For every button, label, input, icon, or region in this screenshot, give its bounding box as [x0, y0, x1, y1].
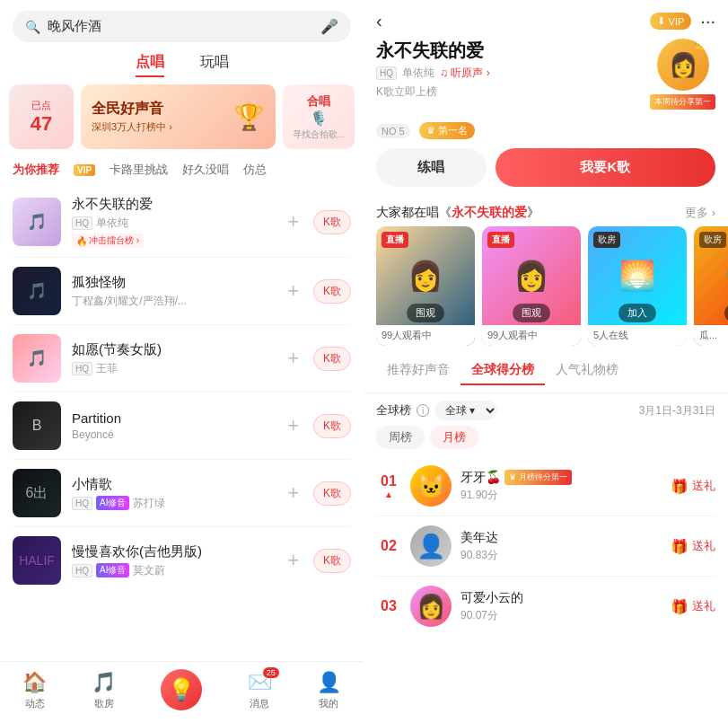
- detail-song-title: 永不失联的爱: [376, 39, 639, 63]
- singing-title: 大家都在唱《永不失联的爱》: [376, 205, 539, 221]
- send-gift-button-2[interactable]: 🎁 送礼: [671, 538, 715, 555]
- watch-button-2[interactable]: 围观: [513, 304, 550, 322]
- song-artist-4: Beyoncé: [72, 428, 114, 441]
- gift-icon-3: 🎁: [671, 598, 689, 615]
- download-icon: ⬇: [657, 15, 665, 27]
- tab-wan-chang[interactable]: 玩唱: [200, 53, 229, 77]
- already-count: 47: [31, 112, 52, 136]
- banner-duet[interactable]: 合唱 🎙️ 寻找合拍歌...: [283, 84, 355, 149]
- detail-singer: 单依纯: [402, 66, 434, 81]
- hq-badge: HQ: [72, 216, 92, 230]
- filter-imitate[interactable]: 仿总: [243, 162, 267, 178]
- card-action-3: 加入: [588, 304, 687, 322]
- already-label: 已点: [31, 99, 51, 112]
- banner-already[interactable]: 已点 47: [9, 84, 74, 149]
- k-song-button-4[interactable]: K歌: [313, 414, 351, 438]
- tab-recommend-voice[interactable]: 推荐好声音: [376, 358, 460, 385]
- info-icon[interactable]: i: [417, 404, 429, 417]
- send-gift-button-1[interactable]: 🎁 送礼: [671, 478, 715, 495]
- song-meta-6: HQ AI修音 莫文蔚: [72, 563, 273, 578]
- k-song-button-5[interactable]: K歌: [313, 481, 351, 506]
- practice-button[interactable]: 练唱: [376, 148, 487, 187]
- monthly-tab[interactable]: 月榜: [430, 426, 478, 449]
- singing-card-4[interactable]: 🍉 歌房 加入 瓜...: [694, 226, 728, 346]
- join-button-4[interactable]: 加入: [724, 304, 728, 322]
- right-header: ‹ ⬇ VIP ···: [364, 0, 728, 39]
- singing-card-2[interactable]: 👩 直播 围观 99人观看中: [482, 226, 581, 346]
- detail-song-sub: HQ 单依纯 ♫ 听原声 ›: [376, 66, 639, 81]
- nav-center[interactable]: 💡: [161, 669, 202, 712]
- filter-vip[interactable]: VIP: [74, 162, 95, 178]
- song-thumb-4: B: [13, 401, 61, 450]
- ai-badge-5: AI修音: [96, 496, 129, 510]
- global-rank-left: 全球榜 i 全球 ▾: [376, 401, 497, 420]
- filter-recommend[interactable]: 为你推荐: [13, 162, 59, 178]
- crown-icon: 👑: [693, 39, 709, 50]
- song-artist-5: 苏打绿: [133, 496, 165, 511]
- nav-song-room[interactable]: 🎵 歌房: [92, 671, 116, 710]
- global-scope-select[interactable]: 全球 ▾: [434, 401, 497, 420]
- rank-name-2: 美年达: [460, 530, 662, 546]
- download-button[interactable]: ⬇ VIP: [650, 13, 692, 30]
- nav-profile[interactable]: 👤 我的: [317, 671, 341, 710]
- add-button-3[interactable]: +: [284, 347, 303, 370]
- rank-badge-1: 🔥 冲击擂台榜 ›: [72, 234, 144, 248]
- song-item[interactable]: 6出 小情歌 HQ AI修音 苏打绿 + K歌: [0, 460, 364, 526]
- join-button-3[interactable]: 加入: [618, 304, 656, 322]
- search-bar[interactable]: 🔍 晚风作酒 🎤: [13, 11, 351, 42]
- rank-number-3: 03: [376, 598, 401, 614]
- k-song-main-button[interactable]: 我要K歌: [496, 148, 715, 187]
- song-room-badge-4: 歌房: [699, 232, 726, 248]
- song-item[interactable]: HALIF 慢慢喜欢你(吉他男版) HQ AI修音 莫文蔚 + K歌: [0, 527, 364, 594]
- add-button-5[interactable]: +: [284, 481, 303, 505]
- weekly-tab[interactable]: 周榜: [376, 426, 425, 449]
- k-song-button-6[interactable]: K歌: [313, 549, 351, 573]
- tab-global-score[interactable]: 全球得分榜: [460, 358, 545, 385]
- song-item[interactable]: 🎵 永不失联的爱 HQ 单依纯 🔥 冲击擂台榜 › + K歌: [0, 187, 364, 257]
- filter-long-time[interactable]: 好久没唱: [182, 162, 229, 178]
- duet-label: 合唱: [307, 93, 330, 110]
- month-first-badge-1: ♛ 月榜待分第一: [504, 470, 572, 485]
- tab-dian-chang[interactable]: 点唱: [136, 53, 164, 77]
- more-link[interactable]: 更多 ›: [685, 205, 715, 221]
- watch-button-1[interactable]: 围观: [407, 304, 444, 322]
- song-item[interactable]: 🎵 如愿(节奏女版) HQ 王菲 + K歌: [0, 325, 364, 392]
- song-artist-2: 丁程鑫/刘耀文/严浩翔/...: [72, 294, 187, 309]
- search-input[interactable]: 晚风作酒: [48, 18, 313, 35]
- banner-competition[interactable]: 全民好声音 深圳3万人打榜中 › 🏆: [81, 84, 276, 149]
- add-button-6[interactable]: +: [284, 549, 303, 572]
- more-button[interactable]: ···: [700, 11, 715, 31]
- singing-card-3[interactable]: 🌅 歌房 加入 5人在线: [588, 226, 687, 346]
- action-row: 练唱 我要K歌: [364, 148, 728, 198]
- song-thumb-1: 🎵: [13, 198, 61, 246]
- add-button-1[interactable]: +: [284, 210, 303, 234]
- send-gift-button-3[interactable]: 🎁 送礼: [671, 598, 715, 615]
- k-song-button-2[interactable]: K歌: [313, 279, 351, 304]
- add-button-2[interactable]: +: [284, 279, 303, 303]
- singing-card-1[interactable]: 👩 直播 围观 99人观看中: [376, 226, 475, 346]
- add-button-4[interactable]: +: [284, 414, 303, 437]
- vip-badge: VIP: [74, 164, 95, 176]
- filter-tabs: 为你推荐 VIP 卡路里挑战 好久没唱 仿总: [0, 158, 364, 187]
- k-song-button-3[interactable]: K歌: [313, 347, 351, 371]
- song-item[interactable]: B Partition Beyoncé + K歌: [0, 392, 364, 459]
- tab-popular-gift[interactable]: 人气礼物榜: [545, 358, 629, 385]
- date-range: 3月1日-3月31日: [639, 403, 715, 419]
- nav-messages[interactable]: ✉️ 25 消息: [248, 671, 272, 710]
- listen-original-button[interactable]: ♫ 听原声 ›: [440, 66, 490, 81]
- card-footer-1: 99人观看中: [376, 325, 475, 346]
- nav-dynamic[interactable]: 🏠 动态: [22, 671, 47, 710]
- dynamic-label: 动态: [25, 697, 45, 710]
- score-tabs: 推荐好声音 全球得分榜 人气礼物榜: [364, 355, 728, 393]
- card-action-4: 加入: [694, 304, 728, 322]
- back-button[interactable]: ‹: [376, 11, 382, 31]
- gift-icon-1: 🎁: [671, 478, 689, 495]
- song-item[interactable]: 🎵 孤独怪物 丁程鑫/刘耀文/严浩翔/... + K歌: [0, 258, 364, 324]
- song-thumb-2: 🎵: [13, 267, 61, 315]
- k-song-button-1[interactable]: K歌: [313, 210, 351, 234]
- rank-info-row: NO 5 ♛ 第一名: [364, 119, 728, 148]
- song-name-2: 孤独怪物: [72, 274, 273, 291]
- mic-icon[interactable]: 🎤: [320, 18, 338, 35]
- rank-score-3: 90.07分: [460, 608, 662, 623]
- filter-calories[interactable]: 卡路里挑战: [110, 162, 168, 178]
